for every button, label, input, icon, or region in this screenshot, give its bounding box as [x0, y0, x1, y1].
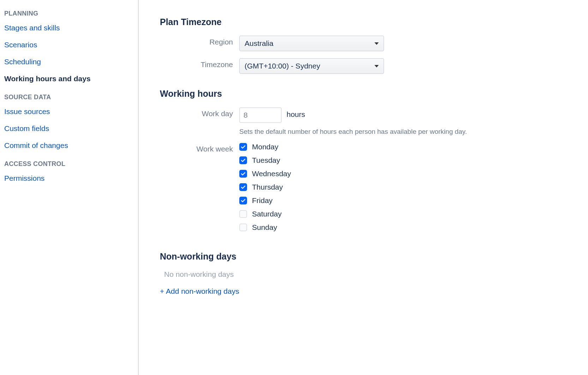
- sidebar-item-stages-and-skills[interactable]: Stages and skills: [4, 24, 134, 32]
- workweek-day-label: Saturday: [252, 210, 282, 218]
- workweek-day-tuesday[interactable]: Tuesday: [239, 156, 291, 165]
- workweek-day-wednesday[interactable]: Wednesday: [239, 169, 291, 178]
- checkbox-checked-icon: [239, 143, 247, 151]
- workweek-row: Work week MondayTuesdayWednesdayThursday…: [160, 143, 581, 237]
- sidebar-item-permissions[interactable]: Permissions: [4, 174, 134, 183]
- workweek-day-saturday[interactable]: Saturday: [239, 210, 291, 218]
- timezone-row: Timezone (GMT+10:00) - Sydney: [160, 58, 581, 74]
- workday-input[interactable]: [239, 107, 282, 123]
- workday-suffix: hours: [287, 107, 305, 119]
- workweek-day-label: Thursday: [252, 183, 283, 191]
- sidebar-section-heading: ACCESS CONTROL: [4, 160, 134, 168]
- checkbox-checked-icon: [239, 197, 247, 204]
- workweek-day-label: Friday: [252, 196, 272, 205]
- timezone-select[interactable]: (GMT+10:00) - Sydney: [239, 58, 384, 74]
- region-row: Region Australia: [160, 36, 581, 51]
- timezone-select-value: (GMT+10:00) - Sydney: [245, 62, 320, 70]
- sidebar-section-heading: PLANNING: [4, 10, 134, 17]
- chevron-down-icon: [374, 42, 379, 45]
- workweek-day-monday[interactable]: Monday: [239, 143, 291, 151]
- workweek-day-label: Monday: [252, 143, 278, 151]
- non-working-days-heading: Non-working days: [160, 251, 581, 262]
- plan-timezone-heading: Plan Timezone: [160, 17, 581, 27]
- checkbox-checked-icon: [239, 170, 247, 178]
- add-non-working-days-link[interactable]: + Add non-working days: [160, 287, 239, 295]
- workweek-day-label: Sunday: [252, 223, 277, 232]
- sidebar: PLANNINGStages and skillsScenariosSchedu…: [0, 0, 139, 375]
- region-label: Region: [160, 36, 239, 46]
- working-hours-heading: Working hours: [160, 89, 581, 99]
- workweek-day-friday[interactable]: Friday: [239, 196, 291, 205]
- non-working-empty-text: No non-working days: [164, 270, 581, 279]
- sidebar-item-working-hours-and-days: Working hours and days: [4, 75, 134, 83]
- checkbox-checked-icon: [239, 183, 247, 191]
- chevron-down-icon: [374, 65, 379, 67]
- sidebar-item-scenarios[interactable]: Scenarios: [4, 41, 134, 49]
- region-select[interactable]: Australia: [239, 36, 384, 51]
- workweek-day-sunday[interactable]: Sunday: [239, 223, 291, 232]
- checkbox-unchecked-icon: [239, 224, 247, 231]
- timezone-label: Timezone: [160, 58, 239, 69]
- sidebar-section-heading: SOURCE DATA: [4, 94, 134, 101]
- workweek-day-thursday[interactable]: Thursday: [239, 183, 291, 191]
- workweek-day-label: Wednesday: [252, 169, 291, 178]
- checkbox-checked-icon: [239, 156, 247, 164]
- workweek-day-label: Tuesday: [252, 156, 280, 165]
- non-working-days-section: Non-working days No non-working days + A…: [160, 251, 581, 296]
- workday-label: Work day: [160, 107, 239, 118]
- checkbox-unchecked-icon: [239, 210, 247, 218]
- workweek-label: Work week: [160, 143, 239, 153]
- plan-timezone-section: Plan Timezone Region Australia Timezone …: [160, 17, 581, 74]
- region-select-value: Australia: [245, 39, 274, 48]
- workday-row: Work day hours Sets the default number o…: [160, 107, 581, 136]
- sidebar-item-commit-of-changes[interactable]: Commit of changes: [4, 141, 134, 150]
- sidebar-item-custom-fields[interactable]: Custom fields: [4, 124, 134, 133]
- workday-help-text: Sets the default number of hours each pe…: [239, 128, 533, 136]
- sidebar-item-scheduling[interactable]: Scheduling: [4, 58, 134, 66]
- working-hours-section: Working hours Work day hours Sets the de…: [160, 89, 581, 237]
- main-content: Plan Timezone Region Australia Timezone …: [139, 0, 588, 375]
- sidebar-item-issue-sources[interactable]: Issue sources: [4, 107, 134, 116]
